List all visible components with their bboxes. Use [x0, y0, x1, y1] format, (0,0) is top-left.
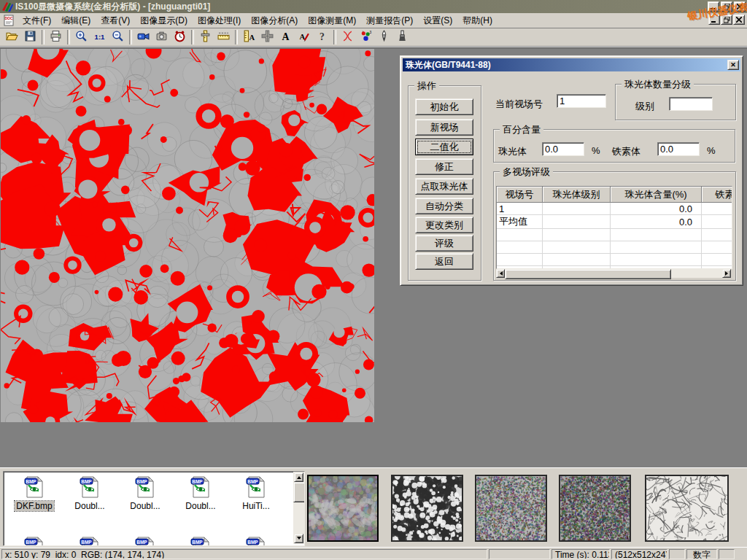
- thumbnail-4[interactable]: [559, 475, 631, 542]
- scroll-up-button[interactable]: [294, 472, 303, 482]
- rating-col-header[interactable]: 珠光体级别: [543, 187, 611, 203]
- file-item[interactable]: BMP: [63, 536, 116, 546]
- file-item[interactable]: BMP: [230, 536, 282, 546]
- toolbar-ruler-button[interactable]: [214, 29, 233, 46]
- op-initialize-button[interactable]: 初始化: [415, 98, 473, 115]
- op-back-button[interactable]: 返回: [415, 253, 473, 270]
- scroll-down-button[interactable]: [294, 534, 303, 543]
- toolbar-video-camera-button[interactable]: [134, 29, 152, 46]
- file-item[interactable]: BMPDoubl...: [174, 475, 227, 511]
- thumbnail-5[interactable]: [645, 475, 729, 542]
- file-scroll-thumb[interactable]: [293, 482, 305, 502]
- toolbar-measure-text-button[interactable]: A: [240, 29, 258, 46]
- rating-row[interactable]: 平均值0.0: [497, 215, 732, 229]
- toolbar-brush-button[interactable]: [393, 29, 411, 46]
- op-pick-pearlite-button[interactable]: 点取珠光体: [415, 178, 473, 195]
- menu-item-image-display[interactable]: 图像显示(D): [135, 13, 193, 28]
- scroll-thumb[interactable]: [505, 269, 671, 279]
- toolbar-timer-button[interactable]: [171, 29, 189, 46]
- rating-cell: [702, 241, 733, 254]
- table-h-scrollbar[interactable]: [496, 269, 731, 278]
- minimize-button[interactable]: [708, 1, 719, 12]
- file-item[interactable]: BMPDKF.bmp: [8, 475, 61, 511]
- toolbar-print-button[interactable]: [47, 29, 65, 46]
- svg-text:A: A: [282, 31, 290, 42]
- level-input[interactable]: [669, 97, 713, 111]
- bottom-panel: BMPDKF.bmpBMPDoubl...BMPDoubl...BMPDoubl…: [0, 467, 747, 548]
- scroll-right-button[interactable]: [722, 269, 731, 278]
- menu-item-image-analysis[interactable]: 图像分析(A): [246, 13, 303, 28]
- pearlite-percent-input[interactable]: [542, 142, 584, 156]
- rating-col-header[interactable]: 铁素体含量(%): [702, 187, 733, 203]
- rating-cell: [611, 229, 702, 241]
- file-item[interactable]: BMP: [119, 536, 171, 546]
- status-bar: x: 510 y: 79 idx: 0 RGB: (174, 174, 174)…: [0, 547, 747, 560]
- op-grade-button[interactable]: 评级: [415, 235, 473, 252]
- toolbar-open-button[interactable]: [3, 29, 21, 46]
- document-icon[interactable]: DOC: [3, 15, 15, 26]
- rating-col-header[interactable]: 珠光体含量(%): [611, 187, 702, 203]
- toolbar-save-button[interactable]: [21, 29, 39, 46]
- file-list[interactable]: BMPDKF.bmpBMPDoubl...BMPDoubl...BMPDoubl…: [3, 471, 305, 546]
- toolbar-count-points-button[interactable]: 3: [357, 29, 375, 46]
- rating-cell: [702, 215, 733, 229]
- op-auto-classify-button[interactable]: 自动分类: [415, 198, 473, 214]
- thumbnail-2[interactable]: [391, 475, 463, 542]
- rating-row-empty[interactable]: [497, 241, 732, 254]
- toolbar-help-button[interactable]: ?: [313, 29, 331, 46]
- svg-text:DOC: DOC: [4, 16, 13, 20]
- rating-row[interactable]: 10.0: [497, 203, 732, 215]
- toolbar-curves-button[interactable]: [338, 29, 357, 46]
- menu-item-settings[interactable]: 设置(S): [418, 13, 457, 28]
- scroll-left-button[interactable]: [496, 269, 505, 278]
- mdi-minimize-button[interactable]: [708, 15, 720, 25]
- menu-item-help[interactable]: 帮助(H): [457, 13, 498, 28]
- mdi-restore-button[interactable]: [721, 15, 732, 25]
- toolbar-zoom-in-button[interactable]: [72, 29, 90, 46]
- file-item[interactable]: BMPDoubl...: [119, 475, 171, 511]
- thumbnail-1[interactable]: [307, 475, 379, 542]
- thumbnail-3[interactable]: [475, 475, 547, 542]
- menu-item-image-process[interactable]: 图像处理(I): [193, 13, 246, 28]
- toolbar-zoom-out-button[interactable]: [109, 29, 127, 46]
- time-status: Time (s): 0.113: [551, 549, 610, 559]
- toolbar-one-to-one-button[interactable]: 1:1: [90, 29, 109, 46]
- metallographic-image[interactable]: [1, 49, 374, 422]
- file-item[interactable]: BMPDoubl...: [63, 475, 116, 511]
- restore-button[interactable]: [721, 1, 732, 12]
- menu-item-image-measure[interactable]: 图像测量(M): [303, 13, 361, 28]
- toolbar-text-button[interactable]: A: [276, 29, 295, 46]
- help-icon: ?: [316, 30, 328, 44]
- mdi-close-button[interactable]: [733, 15, 745, 25]
- operation-group-label: 操作: [414, 79, 439, 93]
- rating-row-empty[interactable]: [497, 229, 732, 241]
- file-item[interactable]: BMP: [8, 536, 61, 546]
- op-binarize-button[interactable]: 二值化: [415, 139, 473, 155]
- toolbar-caliper-button[interactable]: [196, 29, 214, 46]
- toolbar-grid-button[interactable]: [258, 29, 276, 46]
- op-correct-button[interactable]: 修正: [415, 158, 473, 175]
- menu-item-measure-report[interactable]: 测量报告(P): [361, 13, 418, 28]
- file-list-scrollbar[interactable]: [293, 472, 304, 544]
- rating-row-empty[interactable]: [497, 254, 732, 266]
- rating-col-header[interactable]: 视场号: [497, 187, 543, 203]
- current-field-input[interactable]: [557, 94, 606, 108]
- file-item[interactable]: BMP: [174, 536, 227, 546]
- close-button[interactable]: [734, 1, 746, 12]
- toolbar-text-edit-button[interactable]: A: [295, 29, 313, 46]
- status-empty-1: [489, 549, 550, 559]
- toolbar-separator: [235, 30, 238, 44]
- pearlite-label: 珠光体: [498, 145, 527, 158]
- menu-item-edit[interactable]: 编辑(E): [56, 13, 96, 28]
- toolbar-camera-button[interactable]: [152, 29, 171, 46]
- op-new-field-button[interactable]: 新视场: [415, 119, 473, 136]
- dialog-title-bar[interactable]: 珠光体(GB/T9441-88) ✕: [403, 58, 740, 71]
- op-change-class-button[interactable]: 更改类别: [415, 217, 473, 233]
- menu-item-file[interactable]: 文件(F): [18, 13, 56, 28]
- rating-cell: 平均值: [497, 215, 543, 229]
- file-item[interactable]: BMPHuiTi...: [230, 475, 282, 511]
- menu-item-view[interactable]: 查看(V): [96, 13, 135, 28]
- toolbar-pen-button[interactable]: [375, 29, 393, 46]
- ferrite-percent-input[interactable]: [657, 142, 700, 156]
- dialog-close-button[interactable]: ✕: [727, 60, 739, 70]
